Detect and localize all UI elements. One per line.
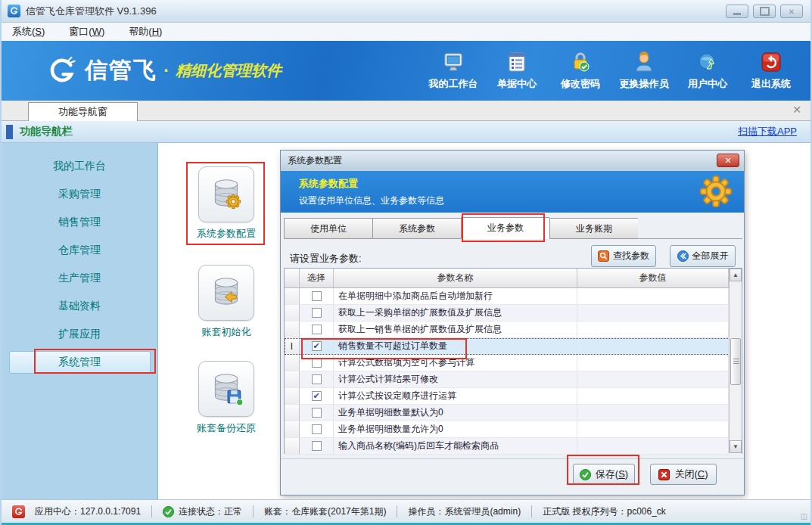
scroll-down-icon[interactable]	[730, 440, 742, 453]
tab-usage-unit[interactable]: 使用单位	[284, 218, 372, 239]
table-row[interactable]: 在单据明细中添加商品后自动增加新行	[285, 288, 742, 305]
checkbox[interactable]	[312, 308, 322, 318]
download-app-link[interactable]: 扫描下载APP	[738, 125, 797, 138]
vertical-scrollbar[interactable]	[729, 269, 742, 453]
sidebar-item-basic-data[interactable]: 基础资料	[9, 295, 151, 318]
param-name: 销售数量不可超过订单数量	[334, 338, 577, 355]
row-selector[interactable]	[285, 305, 300, 322]
toolbar-change-password[interactable]: 修改密码	[549, 47, 612, 91]
save-button[interactable]: 保存(S)	[573, 464, 635, 485]
sidebar-item-purchase[interactable]: 采购管理	[9, 183, 151, 206]
checkbox[interactable]	[312, 341, 322, 351]
nav-title: 功能导航栏	[20, 125, 73, 138]
row-selector[interactable]	[285, 288, 300, 305]
expand-all-button[interactable]: 全部展开	[670, 245, 736, 267]
scroll-up-icon[interactable]	[730, 269, 742, 281]
row-selector[interactable]	[285, 405, 300, 421]
param-value[interactable]	[577, 288, 729, 305]
sidebar-item-extensions[interactable]: 扩展应用	[9, 323, 151, 346]
table-row[interactable]: 计算公式数据项为空可不参与计算	[285, 355, 742, 371]
app-header: 信管飞 · 精细化管理软件 我的工作台 单据中心 修改密码 更换操作员	[2, 41, 810, 101]
tab-business-period[interactable]: 业务账期	[549, 218, 638, 239]
sidebar-item-warehouse[interactable]: 仓库管理	[9, 239, 151, 262]
brand-logo: 信管飞 · 精细化管理软件	[45, 54, 282, 86]
table-row[interactable]: 销售数量不可超过订单数量	[285, 338, 742, 355]
brand-slogan: 精细化管理软件	[176, 61, 282, 81]
sidebar-item-my-workbench[interactable]: 我的工作台	[9, 155, 151, 178]
param-value[interactable]	[577, 438, 729, 455]
menu-system[interactable]: 系统(S)	[12, 25, 45, 39]
checkbox[interactable]	[312, 441, 322, 451]
table-row[interactable]: 计算公式计算结果可修改	[285, 371, 742, 388]
database-gear-icon	[198, 166, 254, 222]
dialog-banner: 系统参数配置 设置使用单位信息、业务参数等信息	[281, 171, 744, 213]
status-app-center: 应用中心：127.0.0.1:7091	[2, 505, 151, 518]
status-bar: 应用中心：127.0.0.1:7091 连接状态：正常 账套：仓库账套(2017…	[2, 499, 810, 523]
tab-function-navigation[interactable]: 功能导航窗	[28, 102, 138, 121]
row-selector[interactable]	[285, 338, 300, 355]
dialog-close-action-button[interactable]: 关闭(C)	[650, 464, 717, 485]
table-row[interactable]: 输入商品名称(编码)后回车才能检索商品	[285, 438, 742, 455]
toolbar-exit-system[interactable]: 退出系统	[739, 47, 803, 91]
status-account: 账套：仓库账套(2017年第1期)	[254, 505, 397, 518]
table-row[interactable]: 业务单据明细数量允许为0	[285, 421, 742, 438]
tab-system-params[interactable]: 系统参数	[372, 218, 461, 239]
expand-chevrons-icon	[677, 250, 689, 262]
row-checkbox-cell	[300, 421, 334, 438]
toolbar-my-workbench[interactable]: 我的工作台	[422, 47, 485, 91]
row-selector[interactable]	[285, 371, 300, 388]
sidebar-item-system-management[interactable]: 系统管理	[9, 351, 151, 374]
tab-business-params[interactable]: 业务参数	[461, 217, 549, 239]
row-checkbox-cell	[300, 371, 334, 388]
dialog-close-button[interactable]	[717, 154, 739, 167]
row-selector[interactable]	[285, 388, 300, 405]
row-selector[interactable]	[285, 438, 300, 455]
checkbox[interactable]	[312, 408, 322, 418]
checkbox[interactable]	[312, 391, 322, 401]
table-row[interactable]: 计算公式按设定顺序进行运算	[285, 388, 742, 405]
table-row[interactable]: 业务单据明细数量默认为0	[285, 405, 742, 421]
checkbox[interactable]	[312, 358, 322, 368]
param-value[interactable]	[577, 355, 729, 371]
toolbar-user-center[interactable]: 用户中心	[676, 47, 739, 91]
row-selector[interactable]	[285, 322, 300, 338]
param-value[interactable]	[577, 371, 729, 388]
find-params-button[interactable]: 查找参数	[591, 245, 656, 267]
dialog-tab-strip: 使用单位 系统参数 业务参数 业务账期	[284, 217, 742, 239]
table-row[interactable]: 获取上一销售单据的扩展数值及扩展信息	[285, 322, 742, 338]
module-system-params[interactable]: 系统参数配置	[188, 166, 265, 241]
switch-operator-user-icon	[632, 50, 656, 74]
param-value[interactable]	[577, 322, 729, 338]
module-account-init[interactable]: 账套初始化	[188, 265, 265, 339]
header-select: 选择	[300, 269, 334, 288]
menu-window[interactable]: 窗口(W)	[69, 25, 104, 39]
sidebar-item-sales[interactable]: 销售管理	[9, 211, 151, 234]
param-value[interactable]	[577, 388, 729, 405]
table-row[interactable]: 获取上一采购单据的扩展数值及扩展信息	[285, 305, 742, 322]
scrollbar-thumb[interactable]	[730, 338, 741, 385]
minimize-button[interactable]	[726, 5, 748, 18]
checkbox[interactable]	[312, 424, 322, 434]
maximize-button[interactable]	[753, 5, 776, 18]
checkbox[interactable]	[312, 374, 322, 384]
database-backup-disk-icon	[198, 361, 254, 417]
close-button[interactable]	[780, 5, 803, 18]
tab-close-icon[interactable]: ✕	[792, 104, 801, 116]
module-account-backup[interactable]: 账套备份还原	[188, 361, 265, 435]
checkbox[interactable]	[312, 291, 322, 301]
param-value[interactable]	[577, 338, 729, 355]
param-value[interactable]	[577, 421, 729, 438]
checkbox[interactable]	[312, 325, 322, 334]
param-value[interactable]	[577, 405, 729, 421]
row-selector[interactable]	[285, 355, 300, 371]
toolbar-document-center[interactable]: 单据中心	[485, 47, 549, 91]
row-checkbox-cell	[300, 322, 334, 338]
dialog-button-bar: 保存(S) 关闭(C)	[281, 458, 744, 496]
toolbar-switch-operator[interactable]: 更换操作员	[612, 47, 676, 91]
param-value[interactable]	[577, 305, 729, 322]
menu-help[interactable]: 帮助(H)	[129, 25, 162, 39]
row-checkbox-cell	[300, 338, 334, 355]
resize-grip[interactable]: ◫	[801, 512, 807, 520]
sidebar-item-production[interactable]: 生产管理	[9, 267, 151, 290]
row-selector[interactable]	[285, 421, 300, 438]
